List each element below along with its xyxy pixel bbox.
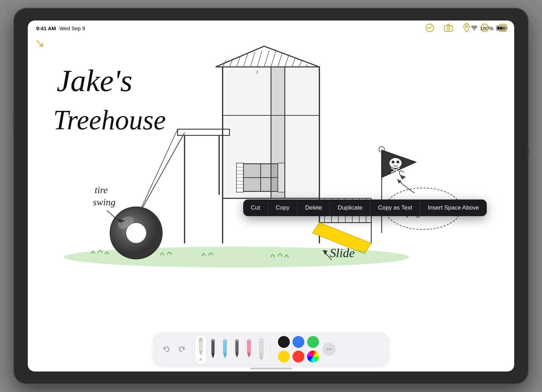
checkmark-icon[interactable] [425, 23, 434, 34]
svg-rect-99 [236, 340, 238, 342]
pencil-attachment [528, 147, 529, 158]
svg-line-22 [257, 51, 262, 67]
redo-button[interactable] [175, 343, 188, 356]
ruler-tool[interactable]: 50 [256, 336, 266, 362]
svg-point-9 [486, 27, 487, 28]
green-color-swatch[interactable] [307, 336, 319, 348]
svg-line-24 [271, 51, 276, 67]
font-tool[interactable]: A [196, 335, 206, 364]
volume-button[interactable] [13, 113, 14, 130]
svg-line-26 [285, 55, 289, 67]
svg-text:tire: tire [95, 185, 108, 195]
svg-line-0 [37, 41, 40, 43]
svg-line-66 [136, 133, 184, 219]
home-indicator [250, 368, 292, 369]
svg-marker-95 [223, 353, 227, 358]
status-date: Wed Sep 9 [59, 25, 85, 31]
svg-point-114 [329, 349, 330, 350]
svg-text:50: 50 [260, 353, 262, 356]
svg-text:Slide: Slide [330, 246, 355, 260]
svg-point-115 [330, 349, 331, 350]
cut-menu-item[interactable]: Cut [243, 199, 268, 216]
dark-pen-tool[interactable] [208, 337, 218, 362]
svg-line-23 [264, 50, 269, 67]
svg-rect-3 [444, 26, 453, 31]
svg-point-7 [483, 27, 484, 28]
toolbar-top-left [35, 23, 44, 50]
svg-rect-102 [247, 340, 251, 342]
insert-space-above-menu-item[interactable]: Insert Space Above [420, 199, 486, 216]
red-color-swatch[interactable] [293, 351, 304, 362]
svg-line-27 [292, 57, 296, 67]
svg-point-65 [64, 247, 409, 268]
svg-line-25 [278, 52, 282, 67]
separator-2 [270, 342, 270, 356]
red-marker-tool[interactable] [232, 337, 242, 361]
sketch-area[interactable]: Jake's Treehouse [28, 36, 514, 326]
copy-as-text-menu-item[interactable]: Copy as Text [370, 199, 420, 216]
yellow-color-swatch[interactable] [278, 351, 290, 362]
svg-line-21 [250, 52, 255, 67]
svg-rect-93 [212, 340, 214, 342]
share-icon[interactable] [499, 24, 507, 34]
blue-color-swatch[interactable] [293, 336, 304, 348]
svg-text:Jake's: Jake's [57, 63, 132, 98]
separator-1 [192, 342, 192, 356]
svg-rect-96 [223, 340, 227, 342]
undo-button[interactable] [160, 343, 173, 356]
svg-point-113 [327, 349, 328, 350]
svg-text:swing: swing [93, 197, 115, 207]
more-icon[interactable] [480, 23, 489, 34]
svg-point-4 [447, 27, 450, 30]
svg-line-20 [243, 54, 248, 67]
pink-tool[interactable] [244, 337, 254, 361]
ipad-screen: 9:41 AM Wed Sep 9 100% [28, 21, 514, 371]
svg-point-8 [484, 27, 485, 28]
bottom-toolbar: A [153, 333, 389, 366]
ipad-device: 9:41 AM Wed Sep 9 100% [14, 8, 528, 384]
svg-rect-61 [271, 67, 285, 198]
svg-line-1 [40, 43, 42, 46]
location-icon[interactable] [463, 23, 470, 34]
svg-point-78 [392, 161, 394, 163]
blue-marker-tool[interactable] [220, 337, 230, 362]
svg-rect-34 [178, 129, 229, 136]
rainbow-color-swatch[interactable] [307, 351, 319, 362]
color-swatches [278, 336, 319, 362]
svg-line-67 [136, 129, 178, 219]
svg-rect-90 [199, 338, 202, 341]
copy-menu-item[interactable]: Copy [268, 199, 297, 216]
svg-line-18 [230, 58, 233, 67]
svg-marker-92 [212, 353, 214, 358]
svg-marker-101 [247, 353, 251, 357]
camera-icon[interactable] [444, 24, 453, 34]
duplicate-menu-item[interactable]: Duplicate [330, 199, 370, 216]
svg-marker-89 [199, 351, 202, 355]
svg-marker-98 [236, 353, 238, 357]
more-tools-button[interactable] [322, 343, 336, 356]
svg-point-79 [396, 161, 399, 163]
svg-point-5 [466, 25, 468, 27]
collapse-button[interactable] [35, 39, 44, 50]
context-menu: Cut Copy Delete Duplicate Copy as Text I… [243, 199, 487, 216]
svg-line-28 [299, 61, 302, 67]
toolbar-top-right [425, 23, 507, 34]
svg-text:Treehouse: Treehouse [53, 105, 166, 135]
svg-marker-112 [260, 357, 263, 360]
delete-menu-item[interactable]: Delete [297, 199, 330, 216]
black-color-swatch[interactable] [278, 336, 290, 348]
